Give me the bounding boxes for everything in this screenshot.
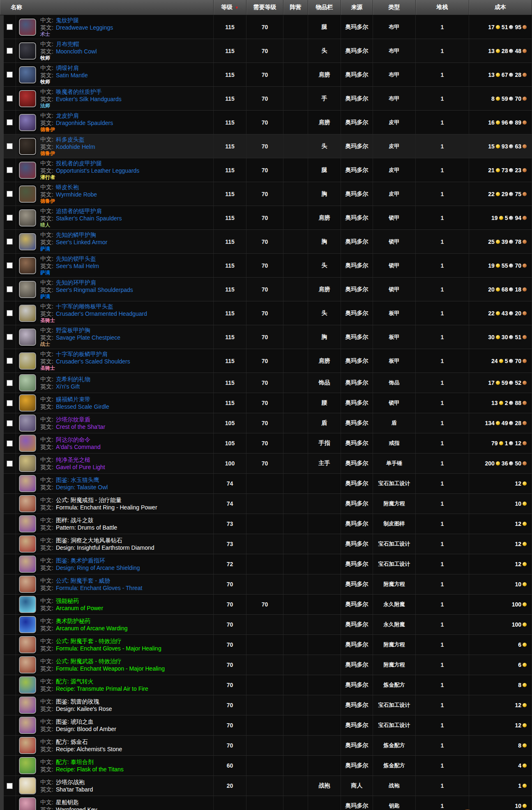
item-name-cn[interactable]: 野蛮板甲护胸 — [56, 327, 90, 333]
item-icon[interactable] — [19, 329, 36, 346]
item-name-cn[interactable]: 公式: 附魔手套 - 威胁 — [56, 577, 110, 584]
row-checkbox[interactable] — [7, 461, 13, 467]
row-checkbox[interactable] — [7, 238, 13, 245]
item-name-cn[interactable]: 公式: 附魔戒指 - 治疗能量 — [56, 497, 122, 503]
item-name-en[interactable]: Design: Blood of Amber — [56, 726, 116, 732]
item-icon[interactable] — [19, 257, 36, 274]
item-name-cn[interactable]: 鬼纹护腿 — [56, 17, 79, 23]
item-name-cn[interactable]: 先知的鳞甲护胸 — [56, 231, 96, 238]
item-icon[interactable] — [19, 777, 36, 794]
item-name-cn[interactable]: 月布兜帽 — [56, 41, 79, 47]
item-name-en[interactable]: Recipe: Flask of the Titans — [56, 766, 124, 773]
column-header-8[interactable]: 成本 — [469, 0, 532, 15]
item-name-cn[interactable]: 配方: 泰坦合剂 — [56, 759, 94, 765]
column-header-6[interactable]: 类型 — [373, 0, 416, 15]
item-name-en[interactable]: Savage Plate Chestpiece — [56, 334, 120, 341]
column-header-1[interactable]: 等级▼ — [214, 0, 246, 15]
item-name-cn[interactable]: 十字军的板鳞甲护肩 — [56, 351, 108, 357]
item-icon[interactable] — [19, 90, 36, 107]
item-name-en[interactable]: Arcanum of Power — [56, 605, 103, 611]
item-name-en[interactable]: Design: Talasite Owl — [56, 484, 108, 491]
item-icon[interactable] — [19, 185, 36, 203]
item-name-cn[interactable]: 十字军的雕饰板甲头盔 — [56, 303, 113, 310]
column-header-4[interactable]: 物品栏 — [308, 0, 341, 15]
item-name-en[interactable]: Gavel of Pure Light — [56, 464, 105, 470]
item-name-en[interactable]: Recipe: Transmute Primal Air to Fire — [56, 685, 148, 692]
row-checkbox[interactable] — [7, 215, 13, 221]
item-name-en[interactable]: Blessed Scale Girdle — [56, 403, 109, 410]
item-name-cn[interactable]: 图样: 战斗之鼓 — [56, 517, 94, 523]
item-icon[interactable] — [19, 281, 36, 298]
item-name-en[interactable]: Seer's Ringmail Shoulderpads — [56, 287, 133, 293]
item-name-cn[interactable]: 公式: 附魔手套 - 特效治疗 — [56, 638, 122, 644]
item-name-en[interactable]: Evoker's Silk Handguards — [56, 96, 122, 102]
row-checkbox[interactable] — [7, 380, 13, 386]
item-name-cn[interactable]: 纯净圣光之槌 — [56, 456, 90, 463]
item-icon[interactable] — [19, 233, 36, 250]
item-name-en[interactable]: Kodohide Helm — [56, 143, 95, 150]
item-name-cn[interactable]: 先知的锁甲头盔 — [56, 255, 96, 262]
item-name-cn[interactable]: 配方: 炼金石 — [56, 738, 88, 745]
item-name-cn[interactable]: 蟒皮长袍 — [56, 184, 79, 190]
row-checkbox[interactable] — [7, 420, 13, 426]
row-checkbox[interactable] — [7, 262, 13, 268]
item-icon[interactable] — [19, 535, 36, 553]
column-header-7[interactable]: 堆栈 — [416, 0, 469, 15]
item-name-cn[interactable]: 强能秘药 — [56, 597, 79, 604]
row-checkbox[interactable] — [7, 400, 13, 406]
item-name-en[interactable]: Recipe: Alchemist's Stone — [56, 746, 122, 752]
item-name-cn[interactable]: 奥术防护秘药 — [56, 618, 90, 624]
item-icon[interactable] — [19, 352, 36, 370]
item-name-cn[interactable]: 图鉴: 水玉猫头鹰 — [56, 477, 99, 483]
item-name-cn[interactable]: 图鉴: 洞察之大地风暴钻石 — [56, 537, 122, 544]
item-name-en[interactable]: Dreadweave Leggings — [56, 24, 113, 31]
item-name-en[interactable]: Formula: Enchant Weapon - Major Healing — [56, 665, 165, 672]
item-icon[interactable] — [19, 717, 36, 734]
item-icon[interactable] — [19, 596, 36, 613]
item-name-en[interactable]: Xi'ri's Gift — [56, 383, 80, 390]
item-icon[interactable] — [19, 656, 36, 673]
item-name-cn[interactable]: 赐福鳞片束带 — [56, 396, 90, 403]
item-icon[interactable] — [19, 374, 36, 391]
row-checkbox[interactable] — [7, 95, 13, 102]
item-name-cn[interactable]: 沙塔尔纹章盾 — [56, 416, 90, 423]
item-name-en[interactable]: Formula: Enchant Ring - Healing Power — [56, 504, 157, 511]
row-checkbox[interactable] — [7, 24, 13, 30]
item-icon[interactable] — [19, 757, 36, 774]
item-name-en[interactable]: Crest of the Sha'tar — [56, 424, 105, 430]
item-name-cn[interactable]: 图鉴: 凯蕾的玫瑰 — [56, 698, 99, 705]
item-icon[interactable] — [19, 475, 36, 492]
item-name-en[interactable]: Satin Mantle — [56, 72, 88, 79]
item-name-en[interactable]: Opportunist's Leather Legguards — [56, 167, 139, 174]
row-checkbox[interactable] — [7, 72, 13, 78]
item-name-en[interactable]: Dragonhide Spaulders — [56, 120, 113, 126]
item-name-en[interactable]: Crusader's Scaled Shoulders — [56, 358, 130, 365]
item-icon[interactable] — [19, 555, 36, 573]
item-icon[interactable] — [19, 636, 36, 653]
row-checkbox[interactable] — [7, 358, 13, 364]
item-icon[interactable] — [19, 495, 36, 512]
item-icon[interactable] — [19, 676, 36, 694]
item-name-en[interactable]: Sha'tar Tabard — [56, 786, 93, 793]
item-name-cn[interactable]: 投机者的皮甲护腿 — [56, 160, 102, 167]
item-icon[interactable] — [19, 66, 36, 83]
item-icon[interactable] — [19, 42, 36, 60]
item-icon[interactable] — [19, 114, 36, 131]
item-name-en[interactable]: Pattern: Drums of Battle — [56, 524, 117, 531]
item-icon[interactable] — [19, 19, 36, 36]
column-header-5[interactable]: 来源 — [341, 0, 373, 15]
row-checkbox[interactable] — [7, 143, 13, 149]
item-name-en[interactable]: Wyrmhide Robe — [56, 191, 97, 198]
item-name-cn[interactable]: 图鉴: 奥术护盾指环 — [56, 557, 105, 564]
item-name-cn[interactable]: 科多皮头盔 — [56, 136, 85, 143]
item-icon[interactable] — [19, 455, 36, 472]
item-name-en[interactable]: Design: Insightful Earthstorm Diamond — [56, 544, 154, 551]
row-checkbox[interactable] — [7, 310, 13, 316]
item-name-en[interactable]: A'dal's Command — [56, 444, 101, 450]
row-checkbox[interactable] — [7, 119, 13, 125]
column-header-2[interactable]: 需要等级 — [246, 0, 283, 15]
item-icon[interactable] — [19, 138, 36, 155]
row-checkbox[interactable] — [7, 286, 13, 292]
item-name-en[interactable]: Design: Ring of Arcane Shielding — [56, 565, 140, 571]
item-name-cn[interactable]: 绸缎衬肩 — [56, 65, 79, 71]
